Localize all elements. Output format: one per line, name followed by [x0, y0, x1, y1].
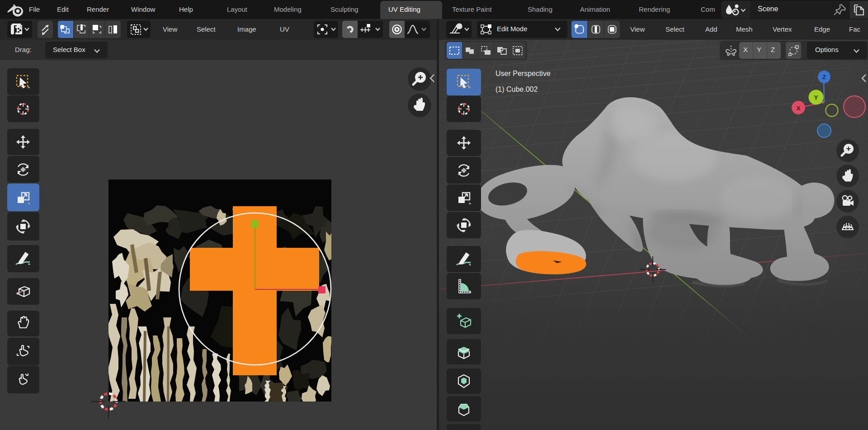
svg-text:X: X: [797, 105, 801, 112]
svg-text:Z: Z: [822, 74, 826, 80]
svg-text:Y: Y: [814, 94, 818, 101]
